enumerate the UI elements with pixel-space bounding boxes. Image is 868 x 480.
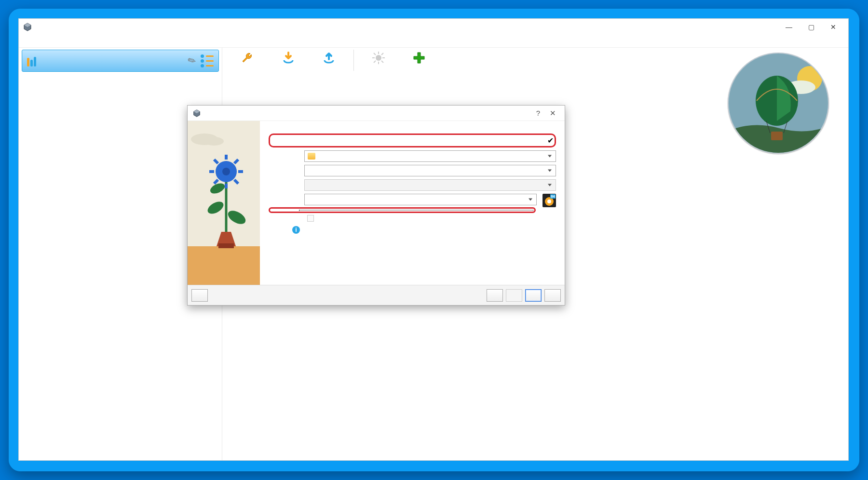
skip-auto-row bbox=[307, 215, 556, 222]
maximize-button[interactable]: ▢ bbox=[800, 19, 822, 35]
toolbar-add[interactable] bbox=[400, 50, 438, 66]
version-select[interactable] bbox=[299, 210, 533, 211]
svg-text:64: 64 bbox=[551, 195, 555, 198]
tools-icon bbox=[27, 55, 39, 67]
iso-select[interactable] bbox=[304, 165, 556, 176]
info-row: i bbox=[292, 226, 556, 234]
folder-select[interactable] bbox=[304, 150, 556, 162]
svg-rect-38 bbox=[218, 243, 234, 248]
close-button[interactable]: ✕ bbox=[822, 19, 844, 35]
info-icon: i bbox=[292, 226, 300, 234]
footer-help-button[interactable] bbox=[191, 289, 208, 302]
menu-file[interactable] bbox=[22, 35, 33, 47]
toolbar-settings[interactable] bbox=[229, 50, 267, 66]
svg-point-41 bbox=[547, 200, 551, 203]
menu-machine[interactable] bbox=[33, 35, 45, 47]
wrench-icon bbox=[229, 50, 267, 66]
os-icon: 64 bbox=[542, 194, 556, 207]
svg-line-7 bbox=[374, 53, 376, 55]
titlebar: — ▢ ✕ bbox=[19, 19, 848, 35]
menubar bbox=[19, 35, 848, 48]
plus-icon bbox=[400, 50, 438, 66]
list-icon[interactable] bbox=[201, 54, 214, 67]
toolbar-export[interactable] bbox=[310, 50, 348, 66]
footer-cancel-button[interactable] bbox=[544, 289, 561, 302]
modal-illustration bbox=[188, 121, 260, 285]
wrench-icon: ✎ bbox=[185, 53, 198, 67]
svg-point-23 bbox=[204, 137, 224, 146]
svg-point-29 bbox=[222, 168, 230, 175]
edition-select bbox=[304, 179, 556, 191]
modal-help-button[interactable]: ? bbox=[531, 109, 545, 117]
import-icon bbox=[270, 50, 307, 66]
svg-point-2 bbox=[376, 55, 381, 61]
svg-text:i: i bbox=[295, 227, 297, 233]
type-select[interactable] bbox=[304, 194, 537, 205]
create-vm-modal: ? ✕ bbox=[187, 105, 565, 306]
minimize-button[interactable]: — bbox=[778, 19, 800, 35]
folder-icon bbox=[308, 153, 315, 160]
toolbar-sep bbox=[353, 50, 354, 71]
footer-next-button[interactable] bbox=[525, 289, 542, 302]
svg-rect-17 bbox=[771, 132, 783, 140]
toolbar-import[interactable] bbox=[270, 50, 307, 66]
app-icon bbox=[23, 22, 32, 32]
toolbar-create bbox=[360, 50, 397, 66]
welcome-illustration bbox=[728, 53, 829, 154]
footer-back-button bbox=[506, 289, 522, 302]
modal-footer bbox=[188, 285, 565, 305]
svg-line-10 bbox=[374, 61, 376, 63]
menu-help[interactable] bbox=[45, 35, 56, 47]
modal-close-button[interactable]: ✕ bbox=[545, 109, 560, 118]
skip-auto-checkbox bbox=[307, 215, 314, 222]
check-icon: ✔ bbox=[547, 136, 554, 145]
version-row-highlight bbox=[269, 207, 536, 213]
footer-expert-button[interactable] bbox=[487, 289, 503, 302]
modal-titlebar[interactable]: ? ✕ bbox=[188, 106, 565, 121]
window-controls: — ▢ ✕ bbox=[778, 19, 844, 35]
svg-rect-21 bbox=[188, 246, 260, 285]
cube-icon bbox=[192, 109, 201, 118]
instruments-item[interactable]: ✎ bbox=[22, 50, 219, 72]
sun-icon bbox=[360, 50, 397, 66]
svg-line-8 bbox=[381, 61, 383, 63]
name-row-highlight: ✔ bbox=[269, 133, 556, 147]
export-icon bbox=[310, 50, 348, 66]
svg-line-9 bbox=[381, 53, 383, 55]
